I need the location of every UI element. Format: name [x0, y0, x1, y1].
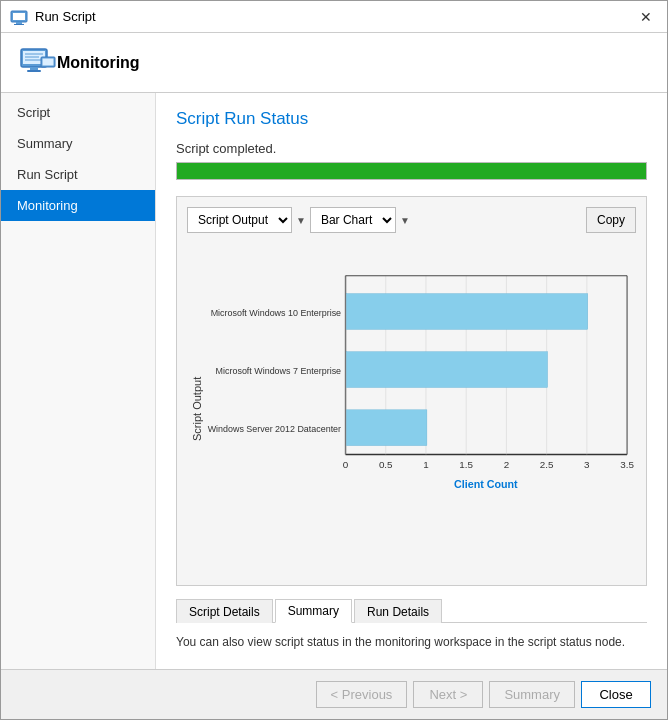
sidebar: Script Summary Run Script Monitoring — [1, 93, 156, 669]
svg-rect-36 — [346, 410, 426, 446]
copy-button[interactable]: Copy — [586, 207, 636, 233]
svg-rect-1 — [13, 13, 25, 20]
chart-toolbar: Script Output ▼ Bar Chart ▼ Copy — [187, 207, 636, 233]
tab-run-details[interactable]: Run Details — [354, 599, 442, 623]
bar-chart-svg: 0 0.5 1 1.5 2 2.5 3 3.5 Client Count — [207, 243, 636, 523]
next-button[interactable]: Next > — [413, 681, 483, 708]
svg-text:Microsoft Windows 10 Enterpris: Microsoft Windows 10 Enterprise — [211, 308, 341, 318]
svg-text:0: 0 — [343, 459, 349, 470]
tabs-row: Script Details Summary Run Details — [176, 598, 647, 623]
svg-rect-32 — [346, 294, 587, 330]
tab-summary[interactable]: Summary — [275, 599, 352, 623]
svg-rect-34 — [346, 352, 547, 388]
svg-text:Microsoft Windows Server 2012 : Microsoft Windows Server 2012 Datacenter — [207, 424, 341, 434]
header-icon — [17, 43, 57, 83]
svg-text:Microsoft Windows 7 Enterprise: Microsoft Windows 7 Enterprise — [216, 366, 341, 376]
svg-text:3.5: 3.5 — [620, 459, 634, 470]
window-icon — [9, 7, 29, 27]
tab-info-text: You can also view script status in the m… — [176, 631, 647, 653]
svg-text:3: 3 — [584, 459, 590, 470]
chart-area: Script Output ▼ Bar Chart ▼ Copy Script … — [176, 196, 647, 586]
svg-rect-9 — [30, 67, 38, 70]
sidebar-item-script[interactable]: Script — [1, 97, 155, 128]
header-panel: Monitoring — [1, 33, 667, 93]
run-script-window: Run Script ✕ Monitoring Script Summary R… — [0, 0, 668, 720]
progress-bar-fill — [177, 163, 646, 179]
chart-inner: 0 0.5 1 1.5 2 2.5 3 3.5 Client Count — [207, 243, 636, 575]
previous-button[interactable]: < Previous — [316, 681, 408, 708]
svg-text:1.5: 1.5 — [459, 459, 473, 470]
sidebar-item-run-script[interactable]: Run Script — [1, 159, 155, 190]
svg-rect-2 — [16, 22, 22, 24]
svg-text:2.5: 2.5 — [540, 459, 554, 470]
chart-wrapper: Script Output — [187, 243, 636, 575]
close-button[interactable]: ✕ — [633, 4, 659, 30]
svg-rect-12 — [43, 58, 54, 65]
sidebar-item-monitoring[interactable]: Monitoring — [1, 190, 155, 221]
progress-bar-container — [176, 162, 647, 180]
svg-text:2: 2 — [504, 459, 509, 470]
svg-rect-3 — [14, 24, 24, 25]
svg-rect-10 — [27, 70, 41, 72]
tab-script-details[interactable]: Script Details — [176, 599, 273, 623]
svg-text:0.5: 0.5 — [379, 459, 393, 470]
close-footer-button[interactable]: Close — [581, 681, 651, 708]
dropdown-arrow-icon2: ▼ — [400, 215, 410, 226]
title-bar-text: Run Script — [35, 9, 633, 24]
dropdown-arrow-icon: ▼ — [296, 215, 306, 226]
content-area: Script Run Status Script completed. Scri… — [156, 93, 667, 669]
output-select[interactable]: Script Output — [187, 207, 292, 233]
footer: < Previous Next > Summary Close — [1, 669, 667, 719]
tabs-area: Script Details Summary Run Details You c… — [176, 598, 647, 653]
header-title: Monitoring — [57, 54, 140, 72]
sidebar-item-summary[interactable]: Summary — [1, 128, 155, 159]
main-content: Script Summary Run Script Monitoring Scr… — [1, 93, 667, 669]
chart-type-select[interactable]: Bar Chart — [310, 207, 396, 233]
svg-text:Client Count: Client Count — [454, 478, 518, 490]
svg-text:1: 1 — [423, 459, 428, 470]
status-text: Script completed. — [176, 141, 647, 156]
section-title: Script Run Status — [176, 109, 647, 129]
y-axis-label: Script Output — [187, 243, 207, 575]
summary-button[interactable]: Summary — [489, 681, 575, 708]
title-bar: Run Script ✕ — [1, 1, 667, 33]
